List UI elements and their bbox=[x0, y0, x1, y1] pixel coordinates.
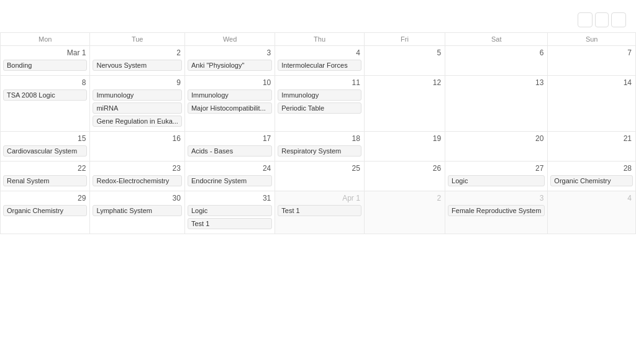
app-header bbox=[0, 0, 636, 10]
calendar-event[interactable]: Bonding bbox=[3, 60, 87, 71]
day-number: 7 bbox=[550, 48, 633, 57]
calendar-day-cell[interactable]: 28Organic Chemistry bbox=[548, 162, 636, 191]
calendar-event[interactable]: Immunology bbox=[93, 89, 181, 101]
day-number: 11 bbox=[278, 78, 361, 87]
calendar-day-cell[interactable]: 4Intermolecular Forces bbox=[275, 46, 365, 76]
calendar-day-cell[interactable]: 19 bbox=[364, 132, 445, 162]
calendar-event[interactable]: Major Histocompatibilit... bbox=[188, 102, 272, 114]
calendar-event[interactable]: Test 1 bbox=[188, 218, 272, 229]
day-number: 10 bbox=[188, 78, 272, 87]
calendar-day-cell[interactable]: 6 bbox=[445, 46, 548, 76]
calendar-event[interactable]: Immunology bbox=[278, 89, 361, 101]
calendar-event[interactable]: Gene Regulation in Euka... bbox=[93, 116, 181, 127]
day-number: 30 bbox=[93, 194, 181, 202]
calendar-day-cell[interactable]: 27Logic bbox=[445, 162, 548, 191]
calendar-event[interactable]: Renal System bbox=[3, 175, 87, 186]
calendar-day-cell[interactable]: 31LogicTest 1 bbox=[184, 191, 275, 234]
calendar-week-row: 15Cardiovascular System1617Acids - Bases… bbox=[1, 132, 636, 162]
calendar-day-cell[interactable]: 26 bbox=[364, 162, 445, 191]
day-number: 16 bbox=[93, 134, 181, 143]
calendar-day-cell[interactable]: 21 bbox=[548, 132, 636, 162]
calendar-event[interactable]: Cardiovascular System bbox=[3, 145, 87, 157]
calendar-event[interactable]: TSA 2008 Logic bbox=[3, 89, 87, 101]
calendar-day-cell[interactable]: 3Anki "Physiology" bbox=[184, 46, 275, 76]
calendar-day-cell[interactable]: 30Lymphatic System bbox=[90, 191, 184, 234]
day-of-week-header: Tue bbox=[90, 33, 184, 46]
calendar-day-cell[interactable]: 18Respiratory System bbox=[275, 132, 365, 162]
calendar-day-cell[interactable]: 7 bbox=[548, 46, 636, 76]
calendar-day-cell[interactable]: Apr 1Test 1 bbox=[275, 191, 365, 234]
calendar-day-cell[interactable]: 9ImmunologymiRNAGene Regulation in Euka.… bbox=[90, 76, 184, 132]
day-of-week-header: Thu bbox=[275, 33, 365, 46]
calendar-event[interactable]: Organic Chemistry bbox=[3, 205, 87, 216]
calendar-event[interactable]: Immunology bbox=[188, 89, 272, 101]
today-button[interactable] bbox=[595, 12, 609, 27]
day-number: 12 bbox=[367, 78, 442, 87]
calendar-day-cell[interactable]: 5 bbox=[364, 46, 445, 76]
calendar-event[interactable]: Female Reproductive System bbox=[448, 205, 545, 216]
calendar-grid: MonTueWedThuFriSatSun Mar 1Bonding2Nervo… bbox=[0, 32, 636, 234]
calendar-event[interactable]: Anki "Physiology" bbox=[188, 60, 272, 71]
day-number: 20 bbox=[448, 134, 545, 143]
day-number: 31 bbox=[188, 194, 272, 202]
day-number: 3 bbox=[448, 194, 545, 202]
calendar-event[interactable]: Acids - Bases bbox=[188, 145, 272, 157]
calendar-day-cell[interactable]: 22Renal System bbox=[1, 162, 90, 191]
day-number: 23 bbox=[93, 164, 181, 173]
calendar-event[interactable]: Logic bbox=[448, 175, 545, 186]
calendar-day-cell[interactable]: 15Cardiovascular System bbox=[1, 132, 90, 162]
day-number: 29 bbox=[3, 194, 87, 202]
calendar-event[interactable]: Organic Chemistry bbox=[550, 175, 633, 186]
calendar-day-cell[interactable]: 20 bbox=[445, 132, 548, 162]
calendar-week-row: 22Renal System23Redox-Electrochemistry24… bbox=[1, 162, 636, 191]
day-number: 4 bbox=[550, 194, 633, 202]
day-number: 25 bbox=[278, 164, 361, 173]
day-number: 22 bbox=[3, 164, 87, 173]
calendar-day-cell[interactable]: 3Female Reproductive System bbox=[445, 191, 548, 234]
day-number: 13 bbox=[448, 78, 545, 87]
calendar-day-cell[interactable]: 14 bbox=[548, 76, 636, 132]
calendar-day-cell[interactable]: 11ImmunologyPeriodic Table bbox=[275, 76, 365, 132]
day-number: 9 bbox=[93, 78, 181, 87]
calendar-header bbox=[0, 10, 636, 32]
calendar-day-cell[interactable]: 29Organic Chemistry bbox=[1, 191, 90, 234]
calendar-day-cell[interactable]: 4 bbox=[548, 191, 636, 234]
calendar-event[interactable]: miRNA bbox=[93, 102, 181, 114]
calendar-event[interactable]: Respiratory System bbox=[278, 145, 361, 157]
calendar-day-cell[interactable]: 24Endocrine System bbox=[184, 162, 275, 191]
calendar-day-cell[interactable]: 2 bbox=[364, 191, 445, 234]
calendar-week-row: Mar 1Bonding2Nervous System3Anki "Physio… bbox=[1, 46, 636, 76]
calendar-day-cell[interactable]: 17Acids - Bases bbox=[184, 132, 275, 162]
calendar-week-row: 8TSA 2008 Logic9ImmunologymiRNAGene Regu… bbox=[1, 76, 636, 132]
calendar-event[interactable]: Test 1 bbox=[278, 205, 361, 216]
next-month-button[interactable] bbox=[611, 12, 626, 27]
calendar-day-cell[interactable]: 10ImmunologyMajor Histocompatibilit... bbox=[184, 76, 275, 132]
calendar-day-cell[interactable]: 2Nervous System bbox=[90, 46, 184, 76]
calendar-day-cell[interactable]: 8TSA 2008 Logic bbox=[1, 76, 90, 132]
calendar-event[interactable]: Logic bbox=[188, 205, 272, 216]
day-number: Mar 1 bbox=[3, 48, 87, 57]
day-number: 2 bbox=[93, 48, 181, 57]
calendar-day-cell[interactable]: Mar 1Bonding bbox=[1, 46, 90, 76]
calendar-day-cell[interactable]: 23Redox-Electrochemistry bbox=[90, 162, 184, 191]
calendar-day-cell[interactable]: 12 bbox=[364, 76, 445, 132]
prev-month-button[interactable] bbox=[578, 12, 593, 27]
day-number: 18 bbox=[278, 134, 361, 143]
calendar-day-cell[interactable]: 13 bbox=[445, 76, 548, 132]
day-of-week-header: Wed bbox=[184, 33, 275, 46]
calendar-event[interactable]: Redox-Electrochemistry bbox=[93, 175, 181, 186]
day-of-week-header: Sat bbox=[445, 33, 548, 46]
calendar-day-cell[interactable]: 16 bbox=[90, 132, 184, 162]
calendar-event[interactable]: Intermolecular Forces bbox=[278, 60, 361, 71]
calendar-day-cell[interactable]: 25 bbox=[275, 162, 365, 191]
day-number: 17 bbox=[188, 134, 272, 143]
calendar-event[interactable]: Lymphatic System bbox=[93, 205, 181, 216]
day-of-week-header: Sun bbox=[548, 33, 636, 46]
day-number: 8 bbox=[3, 78, 87, 87]
day-number: 24 bbox=[188, 164, 272, 173]
calendar-event[interactable]: Nervous System bbox=[93, 60, 181, 71]
calendar-event[interactable]: Periodic Table bbox=[278, 102, 361, 114]
calendar-event[interactable]: Endocrine System bbox=[188, 175, 272, 186]
day-of-week-header: Mon bbox=[1, 33, 90, 46]
calendar-week-row: 29Organic Chemistry30Lymphatic System31L… bbox=[1, 191, 636, 234]
